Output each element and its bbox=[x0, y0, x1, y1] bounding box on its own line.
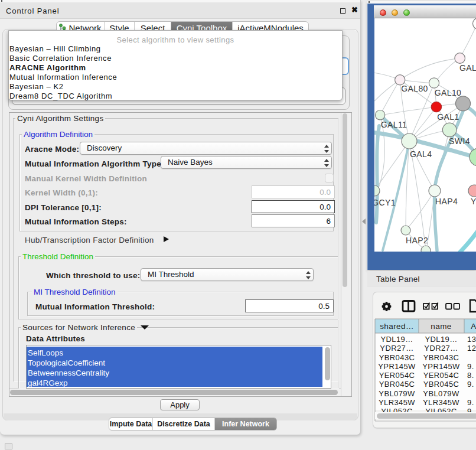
svg-text:YLR345W: YLR345W bbox=[379, 398, 415, 407]
svg-text:9.: 9. bbox=[467, 380, 474, 389]
svg-text:HAP2: HAP2 bbox=[406, 236, 428, 245]
svg-text:A: A bbox=[471, 322, 476, 331]
svg-text:GAL4: GAL4 bbox=[410, 149, 432, 159]
svg-text:name: name bbox=[431, 322, 451, 331]
svg-text:9.: 9. bbox=[467, 398, 474, 407]
svg-text:GAL11: GAL11 bbox=[381, 120, 407, 129]
svg-text:YDL19…: YDL19… bbox=[380, 335, 413, 344]
svg-text:YBL079W: YBL079W bbox=[423, 389, 459, 398]
svg-text:8.: 8. bbox=[467, 371, 474, 380]
svg-text:GAL1: GAL1 bbox=[437, 112, 459, 122]
svg-text:YBR045C: YBR045C bbox=[423, 380, 459, 389]
svg-text:YKL: YKL bbox=[471, 197, 476, 206]
svg-text:GAL10: GAL10 bbox=[435, 88, 462, 97]
svg-text:YPR145W: YPR145W bbox=[422, 362, 460, 371]
svg-text:YER054C: YER054C bbox=[423, 371, 459, 380]
svg-text:GAL7: GAL7 bbox=[459, 63, 476, 73]
svg-text:9.: 9. bbox=[467, 362, 474, 371]
svg-text:GAL80: GAL80 bbox=[401, 84, 428, 93]
svg-text:YLR345W: YLR345W bbox=[423, 398, 459, 407]
svg-text:YDR27…: YDR27… bbox=[424, 344, 458, 353]
svg-text:YDL19…: YDL19… bbox=[425, 335, 457, 344]
svg-text:12: 12 bbox=[467, 344, 476, 353]
svg-text:YBR045C: YBR045C bbox=[379, 380, 415, 389]
svg-text:YBL079W: YBL079W bbox=[379, 389, 415, 398]
svg-text:SWI4: SWI4 bbox=[449, 136, 470, 146]
svg-text:shared…: shared… bbox=[380, 322, 414, 331]
svg-text:YDR27…: YDR27… bbox=[380, 344, 413, 353]
svg-text:HAP4: HAP4 bbox=[435, 197, 458, 206]
svg-text:GCY1: GCY1 bbox=[374, 198, 396, 207]
svg-text:YBR043C: YBR043C bbox=[379, 353, 415, 362]
svg-text:YPR145W: YPR145W bbox=[378, 362, 416, 371]
svg-text:13: 13 bbox=[467, 335, 476, 344]
svg-text:YBR043C: YBR043C bbox=[423, 353, 459, 362]
svg-text:YER054C: YER054C bbox=[379, 371, 415, 380]
